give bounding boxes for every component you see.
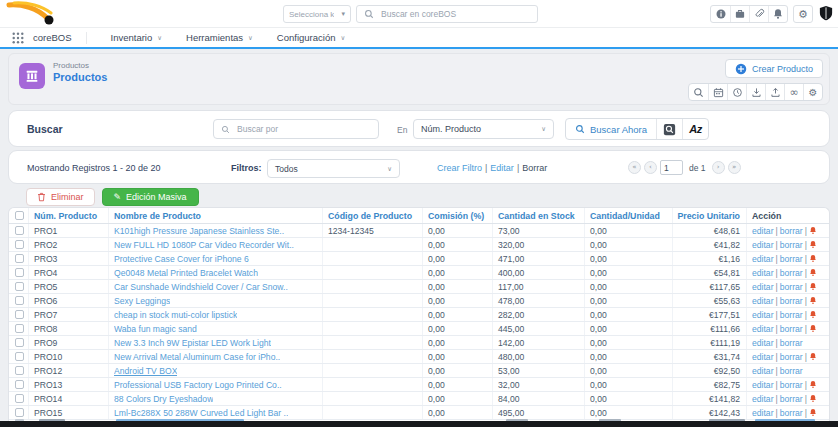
- row-edit-link[interactable]: editar: [752, 282, 774, 292]
- row-edit-link[interactable]: editar: [752, 380, 774, 390]
- row-checkbox[interactable]: [15, 254, 24, 263]
- product-name-link[interactable]: cheap in stock muti-color lipstick: [114, 310, 237, 320]
- alert-bell-icon[interactable]: [809, 296, 817, 305]
- row-edit-link[interactable]: editar: [752, 226, 774, 236]
- product-name-link[interactable]: Waba fun magic sand: [114, 324, 197, 334]
- row-edit-link[interactable]: editar: [752, 352, 774, 362]
- row-delete-link[interactable]: borrar: [780, 226, 803, 236]
- row-checkbox[interactable]: [15, 408, 24, 417]
- alert-bell-icon[interactable]: [809, 226, 817, 235]
- row-edit-link[interactable]: editar: [752, 408, 774, 418]
- col-header-commission[interactable]: Comisión (%): [423, 208, 493, 223]
- row-edit-link[interactable]: editar: [752, 254, 774, 264]
- create-product-button[interactable]: Crear Producto: [725, 59, 823, 78]
- row-edit-link[interactable]: editar: [752, 366, 774, 376]
- row-delete-link[interactable]: borrar: [780, 352, 803, 362]
- row-edit-link[interactable]: editar: [752, 240, 774, 250]
- search-input[interactable]: [235, 123, 371, 135]
- user-shield-icon[interactable]: [819, 5, 833, 22]
- row-delete-link[interactable]: borrar: [780, 380, 803, 390]
- page-number-input[interactable]: [660, 160, 683, 175]
- product-name-link[interactable]: K101high Pressure Japanese Stainless Ste…: [114, 226, 284, 236]
- advanced-search-clipboard-icon[interactable]: [656, 119, 682, 139]
- row-delete-link[interactable]: borrar: [780, 408, 803, 418]
- product-name-link[interactable]: Car Sunshade Windshield Cover / Car Snow…: [114, 282, 288, 292]
- sort-alphabetical-icon[interactable]: Az: [682, 119, 708, 139]
- row-delete-link[interactable]: borrar: [780, 310, 803, 320]
- product-name-link[interactable]: New Arrival Metal Aluminum Case for iPho…: [114, 352, 280, 362]
- product-name-link[interactable]: Professional USB Factory Logo Printed Co…: [114, 380, 282, 390]
- alert-bell-icon[interactable]: [809, 268, 817, 277]
- row-delete-link[interactable]: borrar: [780, 268, 803, 278]
- row-edit-link[interactable]: editar: [752, 296, 774, 306]
- select-all-checkbox[interactable]: [15, 211, 24, 220]
- row-checkbox[interactable]: [15, 296, 24, 305]
- col-header-stock[interactable]: Cantidad en Stock: [493, 208, 585, 223]
- row-checkbox[interactable]: [15, 380, 24, 389]
- col-header-code[interactable]: Código de Producto: [323, 208, 423, 223]
- product-name-link[interactable]: Protective Case Cover for iPhone 6: [114, 254, 249, 264]
- paperclip-icon[interactable]: [749, 6, 768, 22]
- row-delete-link[interactable]: borrar: [780, 324, 803, 334]
- product-name-link[interactable]: Sexy Leggings: [114, 296, 170, 306]
- next-page-button[interactable]: ›: [712, 161, 725, 174]
- row-edit-link[interactable]: editar: [752, 324, 774, 334]
- link-infinity-icon[interactable]: ∞: [784, 84, 803, 100]
- row-delete-link[interactable]: borrar: [780, 254, 803, 264]
- global-module-select[interactable]: Selecciona k ▾: [283, 5, 351, 23]
- row-checkbox[interactable]: [15, 394, 24, 403]
- row-delete-link[interactable]: borrar: [780, 240, 803, 250]
- calendar-icon[interactable]: [708, 84, 727, 100]
- product-name-link[interactable]: 88 Colors Dry Eyeshadow: [114, 394, 213, 404]
- nav-menu-item[interactable]: Inventario ∨: [111, 32, 163, 43]
- alert-bell-icon[interactable]: [809, 380, 817, 389]
- product-name-link[interactable]: Android TV BOX: [114, 366, 177, 376]
- briefcase-icon[interactable]: [730, 6, 749, 22]
- delete-button[interactable]: Eliminar: [26, 188, 95, 206]
- delete-filter-link[interactable]: Borrar: [522, 163, 547, 173]
- row-checkbox[interactable]: [15, 226, 24, 235]
- row-delete-link[interactable]: borrar: [780, 394, 803, 404]
- product-name-link[interactable]: Lml-Bc288X 50 288W Curved Led Light Bar …: [114, 408, 288, 418]
- alert-bell-icon[interactable]: [809, 324, 817, 333]
- search-now-button[interactable]: Buscar Ahora: [566, 119, 656, 139]
- first-page-button[interactable]: «: [628, 161, 641, 174]
- row-delete-link[interactable]: borrar: [780, 282, 803, 292]
- row-edit-link[interactable]: editar: [752, 310, 774, 320]
- row-checkbox[interactable]: [15, 268, 24, 277]
- prev-page-button[interactable]: ‹: [644, 161, 657, 174]
- alert-bell-icon[interactable]: [809, 352, 817, 361]
- product-name-link[interactable]: New 3.3 Inch 9W Epistar LED Work Light: [114, 338, 271, 348]
- row-checkbox[interactable]: [15, 310, 24, 319]
- filter-select[interactable]: Todos ∨: [267, 159, 400, 178]
- alert-bell-icon[interactable]: [809, 240, 817, 249]
- global-search-input[interactable]: [379, 8, 530, 20]
- product-name-link[interactable]: New FULL HD 1080P Car Video Recorder Wit…: [114, 240, 294, 250]
- row-checkbox[interactable]: [15, 324, 24, 333]
- app-launcher-icon[interactable]: [12, 32, 24, 44]
- edit-filter-link[interactable]: Editar: [490, 163, 514, 173]
- download-icon[interactable]: [746, 84, 765, 100]
- upload-icon[interactable]: [765, 84, 784, 100]
- row-edit-link[interactable]: editar: [752, 394, 774, 404]
- mass-edit-button[interactable]: ✎ Edición Masiva: [102, 188, 199, 206]
- bell-icon[interactable]: [768, 6, 787, 22]
- alert-bell-icon[interactable]: [809, 408, 817, 417]
- row-checkbox[interactable]: [15, 352, 24, 361]
- info-icon[interactable]: [711, 6, 730, 22]
- row-delete-link[interactable]: borrar: [780, 338, 803, 348]
- nav-menu-item[interactable]: Configuración ∨: [277, 32, 345, 43]
- search-toggle-icon[interactable]: [689, 84, 708, 100]
- create-filter-link[interactable]: Crear Filtro: [437, 163, 482, 173]
- row-delete-link[interactable]: borrar: [780, 366, 803, 376]
- history-clock-icon[interactable]: [727, 84, 746, 100]
- col-header-num[interactable]: Núm. Producto: [29, 208, 109, 223]
- col-header-price[interactable]: Precio Unitario: [673, 208, 747, 223]
- row-checkbox[interactable]: [15, 338, 24, 347]
- row-edit-link[interactable]: editar: [752, 338, 774, 348]
- settings-gear-icon[interactable]: ⚙: [793, 5, 813, 23]
- alert-bell-icon[interactable]: [809, 310, 817, 319]
- alert-bell-icon[interactable]: [809, 394, 817, 403]
- nav-menu-item[interactable]: Herramientas ∨: [186, 32, 253, 43]
- search-field-select[interactable]: Núm. Producto ∨: [413, 119, 554, 139]
